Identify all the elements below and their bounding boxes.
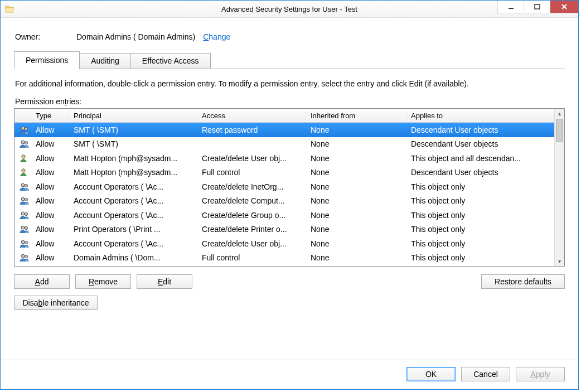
add-button[interactable]: Add [14, 274, 70, 289]
listview-body: AllowSMT ( \SMT)Reset passwordNoneDescen… [14, 123, 554, 265]
cell-applies: This object and all descendan... [406, 154, 554, 163]
cell-inherited: None [306, 125, 406, 134]
cell-type: Allow [31, 211, 69, 220]
scroll-thumb[interactable] [556, 119, 563, 142]
svg-point-14 [21, 226, 25, 229]
window-controls [497, 1, 578, 17]
svg-point-18 [21, 254, 25, 258]
cell-access: Full control [197, 168, 306, 177]
table-row[interactable]: AllowAccount Operators ( \Ac...Create/de… [14, 208, 554, 222]
table-row[interactable]: AllowAccount Operators ( \Ac...Create/de… [14, 180, 554, 194]
principal-icon [14, 125, 31, 135]
ok-button[interactable]: OK [406, 367, 456, 381]
cell-principal: Account Operators ( \Ac... [69, 239, 197, 248]
cell-principal: Matt Hopton (mph@sysadm... [69, 168, 197, 177]
cell-inherited: None [306, 154, 406, 163]
vertical-scrollbar[interactable]: ▴ ▾ [554, 109, 564, 266]
remove-button[interactable]: Remove [75, 274, 131, 289]
col-inherited[interactable]: Inherited from [306, 112, 406, 120]
col-type[interactable]: Type [31, 112, 69, 120]
cell-type: Allow [31, 182, 69, 191]
col-principal[interactable]: Principal [69, 112, 197, 120]
table-row[interactable]: AllowPrint Operators ( \Print ...Create/… [14, 222, 554, 237]
cell-type: Allow [31, 239, 69, 248]
cell-principal: SMT ( \SMT) [69, 139, 197, 148]
cell-principal: Print Operators ( \Print ... [69, 225, 197, 234]
owner-value: Domain Admins ( Domain Admins) [76, 32, 195, 41]
cell-applies: This object only [406, 211, 554, 220]
tab-auditing[interactable]: Auditing [79, 53, 131, 69]
tab-permissions[interactable]: Permissions [14, 51, 80, 69]
dialog-button-row: OK Cancel Apply [1, 360, 578, 381]
window: Advanced Security Settings for User - Te… [0, 0, 579, 390]
principal-icon [14, 196, 31, 206]
folder-icon [5, 4, 14, 13]
change-owner-link[interactable]: Change [203, 32, 230, 41]
svg-point-13 [25, 212, 27, 215]
cell-access: Create/delete Group o... [197, 211, 306, 220]
cell-access: Create/delete Comput... [197, 196, 306, 205]
table-row[interactable]: AllowMatt Hopton (mph@sysadm...Create/de… [14, 151, 554, 166]
cell-type: Allow [31, 139, 69, 148]
scroll-up-icon[interactable]: ▴ [555, 109, 564, 118]
cell-type: Allow [31, 225, 69, 234]
cell-principal: Account Operators ( \Ac... [69, 211, 197, 220]
principal-icon [14, 224, 31, 234]
svg-rect-0 [509, 8, 514, 9]
tab-effective-access[interactable]: Effective Access [130, 53, 211, 69]
table-row[interactable]: AllowAccount Operators ( \Ac...Create/de… [14, 194, 554, 209]
table-row[interactable]: AllowSMT ( \SMT)Reset passwordNoneDescen… [14, 123, 554, 137]
table-row[interactable]: AllowAccount Operators ( \Ac...Create/de… [14, 236, 554, 251]
principal-icon [14, 210, 31, 220]
owner-row: Owner: Domain Admins ( Domain Admins) Ch… [15, 32, 565, 41]
cell-principal: Matt Hopton (mph@sysadm... [69, 154, 197, 163]
svg-point-10 [21, 197, 25, 201]
cell-principal: Domain Admins ( \Dom... [69, 253, 197, 262]
principal-icon [14, 182, 31, 192]
cell-applies: This object only [406, 239, 554, 248]
cell-inherited: None [306, 239, 406, 248]
principal-icon [14, 167, 31, 177]
owner-label: Owner: [15, 32, 76, 41]
svg-point-9 [25, 184, 27, 187]
permission-listview[interactable]: Type Principal Access Inherited from App… [14, 108, 565, 267]
cancel-button[interactable]: Cancel [461, 367, 510, 381]
scroll-down-icon[interactable]: ▾ [555, 257, 564, 266]
tabstrip: Permissions Auditing Effective Access [14, 51, 565, 69]
minimize-button[interactable] [497, 1, 524, 13]
svg-point-15 [25, 227, 27, 230]
col-access[interactable]: Access [197, 112, 306, 120]
cell-access: Reset password [197, 125, 306, 134]
col-applies[interactable]: Applies to [406, 112, 554, 120]
principal-icon [14, 253, 31, 263]
principal-icon [14, 139, 31, 149]
window-title: Advanced Security Settings for User - Te… [1, 5, 578, 13]
svg-point-17 [25, 241, 27, 244]
disable-inheritance-button[interactable]: Disable inheritance [14, 296, 98, 310]
restore-defaults-button[interactable]: Restore defaults [481, 274, 565, 289]
cell-applies: Descendant User objects [406, 125, 554, 134]
client-area: Owner: Domain Admins ( Domain Admins) Ch… [1, 18, 578, 389]
cell-access: Full control [197, 253, 306, 262]
cell-inherited: None [306, 225, 406, 234]
cell-type: Allow [31, 196, 69, 205]
apply-button[interactable]: Apply [516, 367, 565, 381]
svg-point-8 [21, 183, 25, 187]
svg-point-7 [22, 169, 25, 172]
cell-applies: Descendant User objects [406, 168, 554, 177]
table-row[interactable]: AllowDomain Admins ( \Dom...Full control… [14, 251, 554, 265]
cell-principal: Account Operators ( \Ac... [69, 182, 197, 191]
close-button[interactable] [550, 1, 578, 13]
table-row[interactable]: AllowSMT ( \SMT)NoneDescendant User obje… [14, 137, 554, 152]
cell-access: Create/delete User obj... [197, 154, 306, 163]
svg-point-11 [25, 199, 27, 201]
cell-type: Allow [31, 125, 69, 134]
cell-principal: Account Operators ( \Ac... [69, 196, 197, 205]
table-row[interactable]: AllowMatt Hopton (mph@sysadm...Full cont… [14, 166, 554, 180]
svg-point-12 [21, 212, 25, 215]
maximize-button[interactable] [524, 1, 550, 13]
cell-inherited: None [306, 182, 406, 191]
svg-point-3 [25, 127, 27, 130]
svg-point-6 [22, 155, 25, 158]
edit-button[interactable]: Edit [137, 274, 192, 289]
